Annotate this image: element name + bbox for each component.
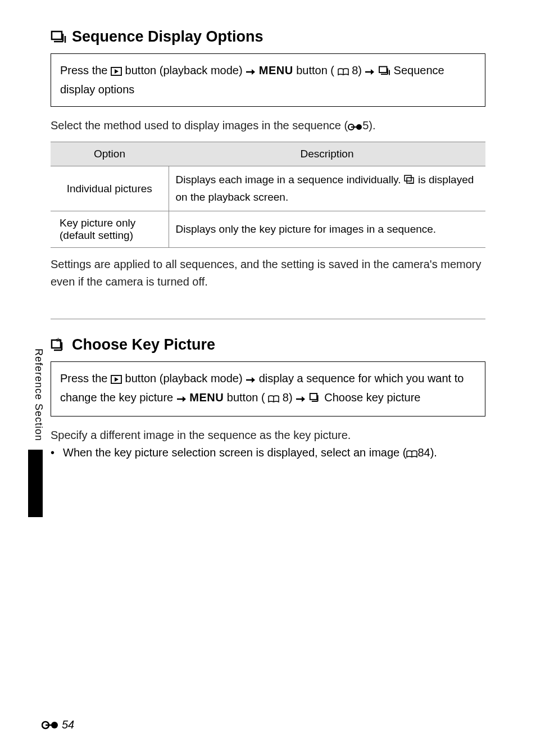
arrow-right-icon — [365, 66, 378, 78]
desc-text: Displays each image in a sequence indivi… — [176, 174, 404, 185]
bullet-part: 84). — [417, 446, 437, 459]
instruction-box: Press the button (playback mode) display… — [51, 361, 485, 417]
instr-text: Choose key picture — [324, 391, 420, 404]
svg-marker-10 — [371, 69, 374, 75]
option-cell: Key picture only (default setting) — [51, 211, 169, 248]
svg-marker-7 — [252, 69, 255, 75]
instr-text: button (playback mode) — [125, 372, 246, 384]
after-table-text: Settings are applied to all sequences, a… — [51, 256, 485, 291]
instr-text: button (playback mode) — [125, 64, 246, 76]
section-title: Sequence Display Options — [72, 28, 264, 46]
bullet-dot: • — [51, 444, 58, 463]
svg-rect-11 — [379, 67, 387, 73]
sequence-group-icon — [378, 66, 394, 78]
instr-text: 8) — [283, 391, 296, 404]
option-cell: Individual pictures — [51, 166, 169, 211]
table-header-option: Option — [51, 142, 169, 166]
svg-marker-25 — [115, 377, 119, 382]
arrow-right-icon — [246, 66, 259, 78]
instr-text: Press the — [60, 64, 111, 76]
page-number-value: 54 — [62, 718, 74, 731]
bullet-item: • When the key picture selection screen … — [51, 444, 485, 463]
instr-text: 8) — [352, 64, 365, 76]
instruction-box: Press the button (playback mode) MENU bu… — [51, 53, 485, 107]
ref-link-icon — [348, 121, 362, 133]
instr-text: button ( — [227, 391, 265, 404]
instr-text: button ( — [296, 64, 334, 76]
book-ref-icon — [268, 393, 283, 405]
arrow-right-icon — [176, 393, 190, 405]
svg-marker-27 — [252, 377, 255, 383]
options-table: Option Description Individual pictures D… — [51, 142, 485, 248]
svg-marker-29 — [183, 396, 186, 402]
playback-button-icon — [111, 66, 125, 78]
option-line: (default setting) — [60, 229, 162, 242]
table-header-desc: Description — [169, 142, 485, 166]
svg-marker-5 — [115, 69, 119, 74]
svg-rect-33 — [310, 393, 316, 400]
ref-link-icon — [42, 716, 58, 734]
book-ref-icon — [406, 448, 417, 460]
choose-key-picture-icon — [309, 393, 325, 405]
svg-rect-19 — [407, 178, 414, 183]
svg-rect-0 — [52, 31, 62, 39]
bullet-text: When the key picture selection screen is… — [63, 444, 437, 463]
instr-text: Press the — [60, 372, 111, 384]
table-row: Individual pictures Displays each image … — [51, 166, 485, 211]
sequence-group-icon — [51, 30, 66, 44]
playback-button-icon — [111, 374, 125, 386]
section2-p1: Specify a different image in the sequenc… — [51, 427, 485, 444]
intro-part: 5). — [362, 119, 375, 132]
individual-sequence-icon — [404, 175, 415, 187]
table-row: Key picture only (default setting) Displ… — [51, 211, 485, 248]
arrow-right-icon — [296, 393, 309, 405]
section-title: Choose Key Picture — [72, 336, 215, 354]
book-ref-icon — [338, 66, 352, 78]
sidebar-tab — [28, 450, 43, 517]
svg-marker-32 — [302, 396, 305, 402]
desc-cell: Displays each image in a sequence indivi… — [169, 166, 485, 211]
desc-cell: Displays only the key picture for images… — [169, 211, 485, 248]
intro-part: Select the method used to display images… — [51, 119, 348, 132]
section-divider — [51, 319, 485, 319]
menu-word: MENU — [189, 391, 224, 404]
page-number: 54 — [42, 716, 74, 734]
menu-word: MENU — [259, 64, 293, 76]
arrow-right-icon — [246, 374, 259, 386]
intro-text: Select the method used to display images… — [51, 117, 485, 136]
svg-rect-18 — [405, 175, 411, 181]
choose-key-picture-icon — [51, 338, 66, 352]
option-line: Key picture only — [60, 217, 162, 229]
bullet-part: When the key picture selection screen is… — [63, 446, 406, 459]
sidebar-section-label: Reference Section — [33, 348, 44, 441]
